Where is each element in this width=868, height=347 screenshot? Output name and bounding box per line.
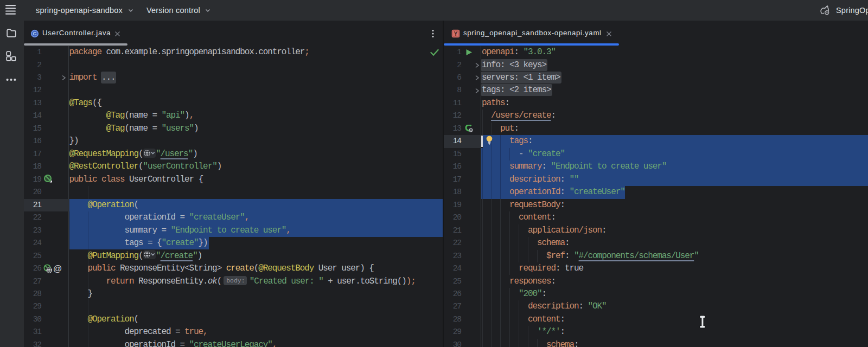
svg-text:Y: Y — [454, 30, 457, 37]
svg-text:C: C — [33, 30, 37, 36]
